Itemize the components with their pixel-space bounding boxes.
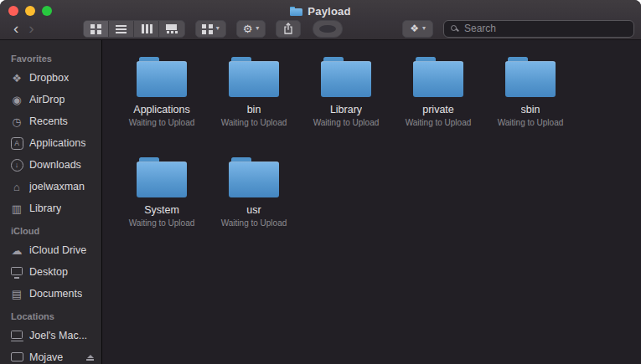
- sidebar-item-label: Downloads: [29, 159, 81, 171]
- sidebar-section-title: iCloud: [0, 219, 101, 239]
- share-button[interactable]: [276, 20, 301, 38]
- folder-item[interactable]: bin Waiting to Upload: [208, 57, 300, 127]
- sidebar-item-label: Applications: [29, 137, 85, 149]
- sidebar-item-icon: [9, 158, 24, 172]
- sidebar-item-icon: ◷: [9, 116, 24, 127]
- sidebar-item[interactable]: Mojave: [0, 346, 101, 364]
- folder-item[interactable]: sbin Waiting to Upload: [484, 57, 576, 127]
- sidebar-item-icon: [9, 136, 24, 150]
- folder-status: Waiting to Upload: [406, 118, 472, 127]
- sidebar-item-label: Documents: [29, 288, 82, 300]
- sidebar-item-label: Mojave: [29, 351, 63, 363]
- group-by-button[interactable]: ▾: [195, 20, 226, 38]
- titlebar[interactable]: Payload: [0, 0, 641, 18]
- folder-icon: [137, 57, 187, 97]
- forward-button[interactable]: ›: [23, 21, 39, 36]
- window-header: Payload ‹ › ▾: [0, 0, 641, 40]
- view-icon-segment[interactable]: [84, 21, 109, 37]
- sidebar-section: iCloud ☁ iCloud Drive Des: [0, 219, 101, 305]
- folder-status: Waiting to Upload: [129, 218, 195, 228]
- tags-button[interactable]: [313, 20, 343, 38]
- sidebar-item-label: Library: [29, 203, 61, 214]
- view-gallery-segment[interactable]: [159, 21, 184, 37]
- sidebar-item-icon: ◉: [9, 95, 24, 105]
- window-title-area: Payload: [290, 2, 350, 18]
- sidebar-item[interactable]: ❖ Dropbox: [0, 67, 101, 89]
- sidebar-item-icon: [9, 266, 24, 279]
- folder-status: Waiting to Upload: [313, 118, 380, 127]
- folder-icon: [137, 157, 187, 197]
- minimize-button[interactable]: [25, 6, 35, 16]
- sidebar-section: Favorites ❖ Dropbox ◉ AirD: [0, 47, 101, 219]
- window-body: Favorites ❖ Dropbox ◉ AirD: [0, 40, 641, 364]
- dropbox-menu-button[interactable]: ❖ ▾: [402, 20, 433, 38]
- sidebar-item-label: joelwaxman: [29, 181, 85, 192]
- sidebar-item-label: Dropbox: [29, 72, 69, 84]
- folder-item[interactable]: usr Waiting to Upload: [208, 157, 300, 228]
- sidebar-item[interactable]: Joel's Mac...: [0, 325, 101, 346]
- view-mode-control: [83, 20, 185, 38]
- sidebar-item-icon: [9, 330, 24, 342]
- sidebar-section-items: ☁ iCloud Drive Desktop: [0, 239, 101, 305]
- sidebar-section-title: Locations: [0, 305, 101, 325]
- folder-status: Waiting to Upload: [129, 118, 195, 127]
- content-area[interactable]: Applications Waiting to Upload bin Waiti…: [102, 40, 641, 364]
- folder-item[interactable]: private Waiting to Upload: [392, 57, 484, 127]
- list-view-icon: [116, 23, 127, 33]
- sidebar-item-icon: ▤: [9, 289, 24, 300]
- eject-icon[interactable]: [86, 355, 94, 361]
- back-button[interactable]: ‹: [8, 21, 23, 36]
- folder-item[interactable]: Applications Waiting to Upload: [116, 57, 208, 127]
- search-icon: [451, 25, 457, 31]
- sidebar-item-icon: ⌂: [9, 182, 24, 192]
- folder-item[interactable]: System Waiting to Upload: [116, 157, 208, 228]
- folder-name: bin: [247, 104, 261, 115]
- sidebar-item-label: AirDrop: [29, 94, 65, 105]
- view-column-segment[interactable]: [134, 21, 159, 37]
- folder-icon: [505, 57, 556, 97]
- share-icon: [283, 23, 293, 34]
- sidebar-item[interactable]: Downloads: [0, 154, 101, 176]
- sidebar-item-label: iCloud Drive: [29, 244, 86, 256]
- gear-icon: ⚙: [243, 23, 253, 34]
- title-folder-icon: [290, 7, 302, 16]
- toolbar: ‹ › ▾ ⚙: [0, 18, 641, 40]
- folder-name: usr: [246, 204, 261, 216]
- folder-name: private: [422, 104, 454, 115]
- folder-grid: Applications Waiting to Upload bin Waiti…: [102, 40, 641, 228]
- folder-icon: [229, 57, 279, 97]
- finder-window: Payload ‹ › ▾: [0, 0, 641, 364]
- sidebar: Favorites ❖ Dropbox ◉ AirD: [0, 40, 102, 364]
- sidebar-item[interactable]: Desktop: [0, 261, 101, 283]
- icon-view-icon: [90, 23, 101, 33]
- sidebar-item[interactable]: ◉ AirDrop: [0, 89, 101, 110]
- sidebar-item[interactable]: ▤ Documents: [0, 283, 101, 305]
- chevron-down-icon: ▾: [216, 25, 220, 32]
- sidebar-item[interactable]: ◷ Recents: [0, 110, 101, 132]
- sidebar-section-items: ❖ Dropbox ◉ AirDrop: [0, 67, 101, 219]
- sidebar-item-icon: ▥: [9, 203, 24, 214]
- action-menu-button[interactable]: ⚙ ▾: [236, 20, 266, 38]
- folder-status: Waiting to Upload: [221, 218, 287, 228]
- gallery-view-icon: [166, 23, 177, 33]
- search-input[interactable]: [444, 21, 633, 37]
- folder-item[interactable]: Library Waiting to Upload: [300, 57, 392, 127]
- sidebar-section-items: Joel's Mac... Mojave: [0, 325, 101, 364]
- sidebar-item[interactable]: ☁ iCloud Drive: [0, 239, 101, 261]
- folder-name: System: [144, 204, 179, 216]
- folder-name: sbin: [521, 104, 540, 115]
- close-button[interactable]: [8, 6, 18, 16]
- sidebar-item[interactable]: ▥ Library: [0, 197, 101, 219]
- sidebar-section: Locations Joel's Mac...: [0, 305, 101, 364]
- folder-name: Applications: [133, 104, 189, 115]
- folder-icon: [321, 57, 371, 97]
- zoom-button[interactable]: [42, 6, 52, 16]
- view-list-segment[interactable]: [109, 21, 134, 37]
- traffic-lights: [8, 6, 52, 16]
- sidebar-item[interactable]: Applications: [0, 132, 101, 154]
- search-field: [443, 20, 634, 38]
- sidebar-item[interactable]: ⌂ joelwaxman: [0, 176, 101, 197]
- chevron-down-icon: ▾: [256, 25, 259, 32]
- folder-name: Library: [330, 104, 362, 115]
- sidebar-item-icon: ☁: [9, 245, 24, 256]
